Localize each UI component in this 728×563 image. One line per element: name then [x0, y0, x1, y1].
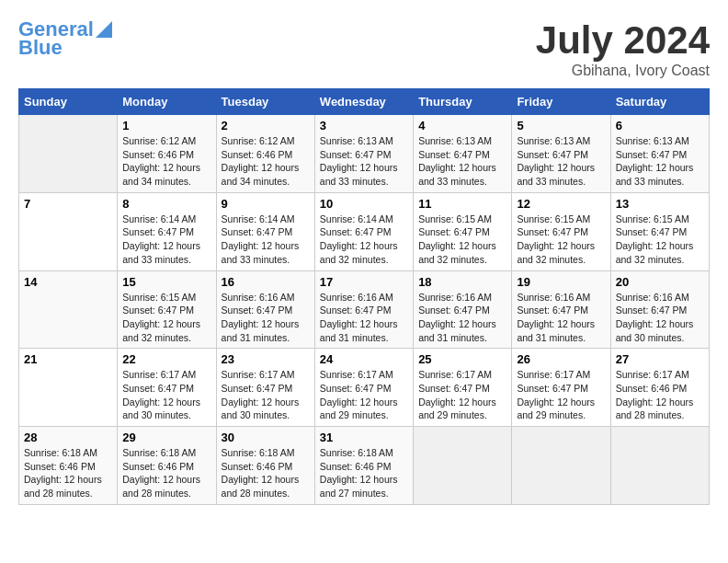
calendar-cell: 5Sunrise: 6:13 AMSunset: 6:47 PMDaylight…	[512, 115, 610, 193]
calendar-cell: 7	[19, 192, 118, 270]
day-info: Sunrise: 6:18 AMSunset: 6:46 PMDaylight:…	[122, 446, 210, 500]
day-header-tuesday: Tuesday	[216, 89, 314, 115]
day-number: 14	[24, 275, 112, 289]
day-number: 28	[24, 431, 112, 444]
day-number: 8	[122, 197, 210, 211]
calendar-cell: 29Sunrise: 6:18 AMSunset: 6:46 PMDayligh…	[118, 427, 216, 505]
day-info: Sunrise: 6:14 AMSunset: 6:47 PMDaylight:…	[320, 213, 408, 267]
day-number: 31	[320, 431, 408, 444]
day-info: Sunrise: 6:18 AMSunset: 6:46 PMDaylight:…	[222, 446, 310, 500]
calendar-cell: 14	[19, 270, 118, 349]
calendar-cell: 1Sunrise: 6:12 AMSunset: 6:46 PMDaylight…	[118, 115, 216, 193]
calendar-cell: 22Sunrise: 6:17 AMSunset: 6:47 PMDayligh…	[118, 349, 216, 427]
calendar-cell: 2Sunrise: 6:12 AMSunset: 6:46 PMDaylight…	[216, 115, 314, 193]
calendar-cell	[512, 427, 610, 505]
day-number: 12	[517, 197, 605, 211]
logo: General Blue	[18, 18, 112, 59]
day-header-wednesday: Wednesday	[314, 89, 413, 115]
calendar-cell: 6Sunrise: 6:13 AMSunset: 6:47 PMDaylight…	[610, 115, 709, 193]
svg-marker-0	[96, 21, 112, 38]
calendar-cell: 12Sunrise: 6:15 AMSunset: 6:47 PMDayligh…	[512, 192, 610, 270]
calendar-cell: 20Sunrise: 6:16 AMSunset: 6:47 PMDayligh…	[610, 270, 709, 349]
day-number: 20	[616, 275, 704, 289]
day-info: Sunrise: 6:15 AMSunset: 6:47 PMDaylight:…	[517, 213, 605, 267]
calendar-cell: 4Sunrise: 6:13 AMSunset: 6:47 PMDaylight…	[414, 115, 512, 193]
day-info: Sunrise: 6:17 AMSunset: 6:46 PMDaylight:…	[616, 368, 704, 422]
day-info: Sunrise: 6:12 AMSunset: 6:46 PMDaylight:…	[222, 134, 310, 189]
day-info: Sunrise: 6:17 AMSunset: 6:47 PMDaylight:…	[418, 368, 506, 422]
day-info: Sunrise: 6:17 AMSunset: 6:47 PMDaylight:…	[320, 368, 408, 422]
day-number: 5	[517, 119, 605, 132]
calendar-cell: 8Sunrise: 6:14 AMSunset: 6:47 PMDaylight…	[118, 192, 216, 270]
day-number: 25	[418, 352, 506, 366]
calendar-cell: 17Sunrise: 6:16 AMSunset: 6:47 PMDayligh…	[314, 270, 413, 349]
day-number: 27	[616, 352, 704, 366]
day-number: 21	[24, 352, 112, 366]
calendar-week-5: 28Sunrise: 6:18 AMSunset: 6:46 PMDayligh…	[19, 427, 710, 505]
page-header: General Blue July 2024 Gbihana, Ivory Co…	[18, 18, 710, 79]
logo-subtext: Blue	[18, 37, 63, 59]
day-number: 29	[122, 431, 210, 444]
calendar-body: 1Sunrise: 6:12 AMSunset: 6:46 PMDaylight…	[19, 115, 710, 505]
day-info: Sunrise: 6:14 AMSunset: 6:47 PMDaylight:…	[222, 213, 310, 267]
calendar-cell: 26Sunrise: 6:17 AMSunset: 6:47 PMDayligh…	[512, 349, 610, 427]
calendar-cell: 19Sunrise: 6:16 AMSunset: 6:47 PMDayligh…	[512, 270, 610, 349]
day-number: 10	[320, 197, 408, 211]
calendar-cell: 3Sunrise: 6:13 AMSunset: 6:47 PMDaylight…	[314, 115, 413, 193]
calendar-table: SundayMondayTuesdayWednesdayThursdayFrid…	[18, 88, 710, 505]
day-number: 17	[320, 275, 408, 289]
day-info: Sunrise: 6:18 AMSunset: 6:46 PMDaylight:…	[24, 446, 112, 500]
day-info: Sunrise: 6:16 AMSunset: 6:47 PMDaylight:…	[418, 291, 506, 345]
calendar-cell: 11Sunrise: 6:15 AMSunset: 6:47 PMDayligh…	[414, 192, 512, 270]
day-header-thursday: Thursday	[414, 89, 512, 115]
calendar-week-4: 2122Sunrise: 6:17 AMSunset: 6:47 PMDayli…	[19, 349, 710, 427]
calendar-cell	[610, 427, 709, 505]
calendar-cell	[414, 427, 512, 505]
day-info: Sunrise: 6:13 AMSunset: 6:47 PMDaylight:…	[517, 134, 605, 189]
day-number: 13	[616, 197, 704, 211]
day-number: 9	[222, 197, 310, 211]
day-number: 18	[418, 275, 506, 289]
day-header-friday: Friday	[512, 89, 610, 115]
month-year: July 2024	[536, 18, 710, 63]
calendar-header-row: SundayMondayTuesdayWednesdayThursdayFrid…	[19, 89, 710, 115]
calendar-cell	[19, 115, 118, 193]
location: Gbihana, Ivory Coast	[536, 63, 710, 79]
day-info: Sunrise: 6:17 AMSunset: 6:47 PMDaylight:…	[122, 368, 210, 422]
day-header-monday: Monday	[118, 89, 216, 115]
day-info: Sunrise: 6:13 AMSunset: 6:47 PMDaylight:…	[320, 134, 408, 189]
calendar-cell: 10Sunrise: 6:14 AMSunset: 6:47 PMDayligh…	[314, 192, 413, 270]
day-number: 24	[320, 352, 408, 366]
day-info: Sunrise: 6:15 AMSunset: 6:47 PMDaylight:…	[418, 213, 506, 267]
logo-icon	[96, 17, 112, 38]
calendar-cell: 28Sunrise: 6:18 AMSunset: 6:46 PMDayligh…	[19, 427, 118, 505]
day-info: Sunrise: 6:15 AMSunset: 6:47 PMDaylight:…	[122, 291, 210, 345]
day-number: 26	[517, 352, 605, 366]
day-number: 22	[122, 352, 210, 366]
day-number: 3	[320, 119, 408, 132]
day-info: Sunrise: 6:16 AMSunset: 6:47 PMDaylight:…	[320, 291, 408, 345]
day-header-sunday: Sunday	[19, 89, 118, 115]
day-number: 15	[122, 275, 210, 289]
calendar-cell: 18Sunrise: 6:16 AMSunset: 6:47 PMDayligh…	[414, 270, 512, 349]
day-header-saturday: Saturday	[610, 89, 709, 115]
calendar-cell: 31Sunrise: 6:18 AMSunset: 6:46 PMDayligh…	[314, 427, 413, 505]
title-block: July 2024 Gbihana, Ivory Coast	[536, 18, 710, 79]
day-info: Sunrise: 6:17 AMSunset: 6:47 PMDaylight:…	[222, 368, 310, 422]
day-info: Sunrise: 6:13 AMSunset: 6:47 PMDaylight:…	[616, 134, 704, 189]
calendar-cell: 30Sunrise: 6:18 AMSunset: 6:46 PMDayligh…	[216, 427, 314, 505]
day-number: 19	[517, 275, 605, 289]
day-number: 6	[616, 119, 704, 132]
day-info: Sunrise: 6:16 AMSunset: 6:47 PMDaylight:…	[616, 291, 704, 345]
calendar-week-2: 78Sunrise: 6:14 AMSunset: 6:47 PMDayligh…	[19, 192, 710, 270]
day-number: 7	[24, 197, 112, 211]
calendar-cell: 23Sunrise: 6:17 AMSunset: 6:47 PMDayligh…	[216, 349, 314, 427]
day-number: 16	[222, 275, 310, 289]
calendar-cell: 25Sunrise: 6:17 AMSunset: 6:47 PMDayligh…	[414, 349, 512, 427]
calendar-cell: 21	[19, 349, 118, 427]
calendar-cell: 27Sunrise: 6:17 AMSunset: 6:46 PMDayligh…	[610, 349, 709, 427]
day-number: 2	[222, 119, 310, 132]
day-info: Sunrise: 6:16 AMSunset: 6:47 PMDaylight:…	[222, 291, 310, 345]
day-info: Sunrise: 6:13 AMSunset: 6:47 PMDaylight:…	[418, 134, 506, 189]
day-number: 1	[122, 119, 210, 132]
